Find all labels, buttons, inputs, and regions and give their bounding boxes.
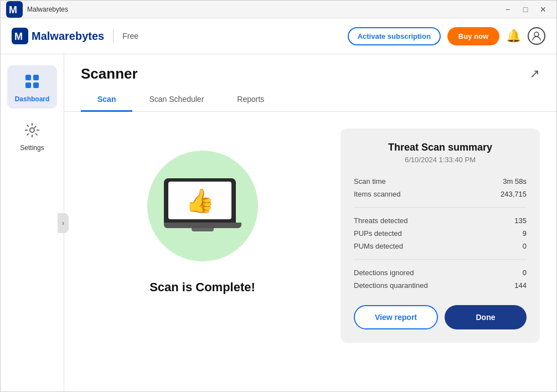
laptop-screen: 👍 xyxy=(164,178,236,223)
summary-row-quarantined: Detections quarantined 144 xyxy=(354,279,527,292)
content-inner: Scanner ↙ Scan Scan Scheduler Reports xyxy=(64,54,556,391)
logo-name: Malwarebytes xyxy=(32,30,104,43)
logo-tier: Free xyxy=(122,32,138,40)
tabs-container: Scan Scan Scheduler Reports xyxy=(64,82,556,112)
tab-scan-scheduler[interactable]: Scan Scheduler xyxy=(132,88,220,112)
sidebar-collapse-toggle[interactable]: › xyxy=(58,213,69,233)
close-button[interactable]: ✕ xyxy=(535,4,551,15)
scan-time-label: Scan time xyxy=(354,177,386,185)
thumbs-up-emoji: 👍 xyxy=(185,187,214,214)
summary-row-pups: PUPs detected 9 xyxy=(354,227,527,240)
svg-point-4 xyxy=(534,32,539,37)
settings-label: Settings xyxy=(20,144,44,152)
content-area: Scanner ↙ Scan Scan Scheduler Reports xyxy=(64,54,556,391)
svg-rect-5 xyxy=(25,75,31,80)
dashboard-label: Dashboard xyxy=(15,95,50,103)
svg-text:M: M xyxy=(14,31,23,42)
quarantined-label: Detections quarantined xyxy=(354,281,428,290)
app-window: M Malwarebytes − □ ✕ M Malwarebytes Free… xyxy=(0,0,557,392)
sidebar: Dashboard Settings › xyxy=(1,54,64,391)
scanner-title: Scanner xyxy=(81,65,138,82)
maximize-button[interactable]: □ xyxy=(518,4,533,15)
header-actions: Activate subscription Buy now 🔔 xyxy=(348,27,545,45)
notifications-icon[interactable]: 🔔 xyxy=(506,29,521,43)
laptop-stand xyxy=(192,228,214,231)
divider-2 xyxy=(354,259,527,260)
svg-rect-6 xyxy=(33,75,39,80)
titlebar: M Malwarebytes − □ ✕ xyxy=(1,1,556,18)
sidebar-item-dashboard[interactable]: Dashboard xyxy=(7,65,57,109)
activate-subscription-button[interactable]: Activate subscription xyxy=(348,27,441,45)
laptop-base xyxy=(164,223,241,228)
laptop-icon: 👍 xyxy=(164,178,241,234)
svg-point-9 xyxy=(30,128,34,132)
chevron-right-icon: › xyxy=(62,219,64,227)
buy-now-button[interactable]: Buy now xyxy=(447,27,499,45)
pups-value: 9 xyxy=(523,229,527,238)
titlebar-title: Malwarebytes xyxy=(27,6,68,13)
quarantined-value: 144 xyxy=(514,281,527,290)
tab-reports[interactable]: Reports xyxy=(220,88,281,112)
view-report-button[interactable]: View report xyxy=(354,305,438,329)
scan-complete-illustration: 👍 Scan is Complete! xyxy=(81,128,324,317)
threats-value: 135 xyxy=(514,216,527,225)
svg-rect-7 xyxy=(25,82,31,88)
summary-title: Threat Scan summary xyxy=(354,142,527,153)
titlebar-left: M Malwarebytes xyxy=(6,1,68,18)
items-scanned-label: Items scanned xyxy=(354,190,401,198)
summary-row-scan-time: Scan time 3m 58s xyxy=(354,175,527,188)
ignored-value: 0 xyxy=(523,269,527,277)
summary-date: 6/10/2024 1:33:40 PM xyxy=(354,156,527,164)
header-logo-icon: M xyxy=(12,28,28,44)
user-account-icon[interactable] xyxy=(528,27,545,45)
titlebar-controls: − □ ✕ xyxy=(500,4,551,15)
scan-content: 👍 Scan is Complete! Threat Scan summary xyxy=(64,112,556,359)
scan-time-value: 3m 58s xyxy=(503,177,527,185)
sidebar-item-settings[interactable]: Settings xyxy=(7,114,57,157)
scan-complete-text: Scan is Complete! xyxy=(149,280,255,295)
svg-text:M: M xyxy=(9,4,17,16)
main-layout: Dashboard Settings › S xyxy=(1,54,556,391)
scan-summary-card: Threat Scan summary 6/10/2024 1:33:40 PM… xyxy=(341,128,540,343)
ignored-label: Detections ignored xyxy=(354,269,414,277)
malwarebytes-logo-icon: M xyxy=(6,1,23,18)
items-scanned-value: 243,715 xyxy=(501,190,527,198)
pups-label: PUPs detected xyxy=(354,229,402,238)
laptop-screen-inner: 👍 xyxy=(168,182,231,219)
tab-scan[interactable]: Scan xyxy=(81,88,132,112)
logo-divider xyxy=(113,29,114,43)
divider-1 xyxy=(354,207,527,208)
summary-row-pums: PUMs detected 0 xyxy=(354,240,527,252)
settings-icon xyxy=(22,120,43,141)
scanner-header: Scanner ↙ xyxy=(64,54,556,82)
threats-label: Threats detected xyxy=(354,216,408,225)
summary-actions: View report Done xyxy=(354,305,527,329)
dashboard-icon xyxy=(22,71,43,92)
minimize-button[interactable]: − xyxy=(500,4,515,15)
summary-row-items-scanned: Items scanned 243,715 xyxy=(354,188,527,200)
header-logo: M Malwarebytes Free xyxy=(12,28,138,44)
pums-value: 0 xyxy=(523,242,527,250)
summary-row-threats: Threats detected 135 xyxy=(354,214,527,227)
app-header: M Malwarebytes Free Activate subscriptio… xyxy=(1,18,556,54)
scan-illustration-circle: 👍 xyxy=(147,151,258,261)
svg-rect-8 xyxy=(33,82,39,88)
pums-label: PUMs detected xyxy=(354,242,403,250)
done-button[interactable]: Done xyxy=(445,305,527,329)
expand-icon[interactable]: ↙ xyxy=(530,67,540,81)
summary-row-ignored: Detections ignored 0 xyxy=(354,266,527,279)
